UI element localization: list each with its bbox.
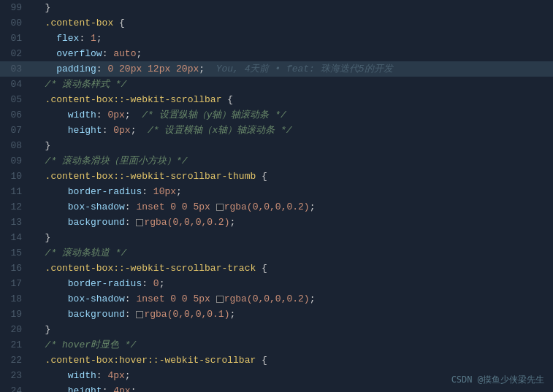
line-content: } — [31, 322, 553, 337]
code-line: 04 /* 滚动条样式 */ — [0, 77, 553, 92]
line-number: 09 — [0, 153, 31, 169]
line-number: 18 — [0, 291, 31, 307]
line-number: 08 — [0, 138, 31, 153]
code-line: 07 height: 0px; /* 设置横轴（x轴）轴滚动条 */ — [0, 123, 553, 138]
line-content: .content-box::-webkit-scrollbar { — [31, 92, 553, 107]
line-number: 12 — [0, 199, 31, 215]
code-line: 02 overflow: auto; — [0, 46, 553, 61]
code-line: 11 border-radius: 10px; — [0, 184, 553, 199]
line-content: /* hover时显色 */ — [31, 337, 553, 353]
code-line: 20 } — [0, 322, 553, 337]
code-line: 16 .content-box::-webkit-scrollbar-track… — [0, 261, 553, 276]
line-content: /* 滚动条样式 */ — [31, 77, 553, 92]
line-number: 24 — [0, 383, 31, 392]
line-number: 16 — [0, 261, 31, 276]
code-line: 00 .content-box { — [0, 15, 553, 31]
line-number: 23 — [0, 368, 31, 383]
line-content: padding: 0 20px 12px 20px; You, 4天前 • fe… — [31, 61, 553, 77]
code-line: 12 box-shadow: inset 0 0 5px rgba(0,0,0,… — [0, 199, 553, 215]
code-line: 06 width: 0px; /* 设置纵轴（y轴）轴滚动条 */ — [0, 107, 553, 123]
line-content: border-radius: 10px; — [31, 184, 553, 199]
line-content: .content-box { — [31, 15, 553, 31]
line-number: 15 — [0, 245, 31, 261]
line-number: 10 — [0, 169, 31, 184]
line-number: 03 — [0, 61, 31, 77]
line-number: 06 — [0, 107, 31, 123]
line-content: box-shadow: inset 0 0 5px rgba(0,0,0,0.2… — [31, 199, 553, 215]
line-number: 01 — [0, 31, 31, 46]
line-content: .content-box::-webkit-scrollbar-track { — [31, 261, 553, 276]
line-number: 22 — [0, 353, 31, 368]
code-line: 99 } — [0, 0, 553, 15]
code-line: 19 background: rgba(0,0,0,0.1); — [0, 307, 553, 322]
code-line: 13 background: rgba(0,0,0,0.2); — [0, 215, 553, 230]
line-number: 11 — [0, 184, 31, 199]
code-line: 10 .content-box::-webkit-scrollbar-thumb… — [0, 169, 553, 184]
code-line: 21 /* hover时显色 */ — [0, 337, 553, 353]
code-line: 08 } — [0, 138, 553, 153]
line-content: overflow: auto; — [31, 46, 553, 61]
line-content: background: rgba(0,0,0,0.2); — [31, 215, 553, 230]
line-content: width: 0px; /* 设置纵轴（y轴）轴滚动条 */ — [31, 107, 553, 123]
code-line: 17 border-radius: 0; — [0, 276, 553, 291]
line-content: border-radius: 0; — [31, 276, 553, 291]
line-content: height: 0px; /* 设置横轴（x轴）轴滚动条 */ — [31, 123, 553, 138]
line-number: 17 — [0, 276, 31, 291]
watermark: CSDN @摸鱼少侠梁先生 — [451, 374, 544, 386]
line-number: 13 — [0, 215, 31, 230]
line-number: 07 — [0, 123, 31, 138]
code-editor: 99 }00 .content-box {01 flex: 1;02 overf… — [0, 0, 553, 392]
line-number: 99 — [0, 0, 31, 15]
line-content: /* 滚动条轨道 */ — [31, 245, 553, 261]
line-number: 14 — [0, 230, 31, 245]
line-number: 05 — [0, 92, 31, 107]
code-line: 14 } — [0, 230, 553, 245]
line-content: } — [31, 138, 553, 153]
line-number: 02 — [0, 46, 31, 61]
code-line: 18 box-shadow: inset 0 0 5px rgba(0,0,0,… — [0, 291, 553, 307]
line-content: .content-box::-webkit-scrollbar-thumb { — [31, 169, 553, 184]
line-number: 04 — [0, 77, 31, 92]
line-content: /* 滚动条滑块（里面小方块）*/ — [31, 153, 553, 169]
line-number: 19 — [0, 307, 31, 322]
code-line: 09 /* 滚动条滑块（里面小方块）*/ — [0, 153, 553, 169]
code-line: 03 padding: 0 20px 12px 20px; You, 4天前 •… — [0, 61, 553, 77]
line-content: flex: 1; — [31, 31, 553, 46]
line-number: 00 — [0, 15, 31, 31]
line-content: } — [31, 0, 553, 15]
line-content: } — [31, 230, 553, 245]
line-number: 20 — [0, 322, 31, 337]
line-content: box-shadow: inset 0 0 5px rgba(0,0,0,0.2… — [31, 291, 553, 307]
code-line: 22 .content-box:hover::-webkit-scrollbar… — [0, 353, 553, 368]
line-content: background: rgba(0,0,0,0.1); — [31, 307, 553, 322]
line-content: .content-box:hover::-webkit-scrollbar { — [31, 353, 553, 368]
code-lines: 99 }00 .content-box {01 flex: 1;02 overf… — [0, 0, 553, 392]
code-line: 01 flex: 1; — [0, 31, 553, 46]
code-line: 15 /* 滚动条轨道 */ — [0, 245, 553, 261]
code-line: 05 .content-box::-webkit-scrollbar { — [0, 92, 553, 107]
line-number: 21 — [0, 337, 31, 353]
